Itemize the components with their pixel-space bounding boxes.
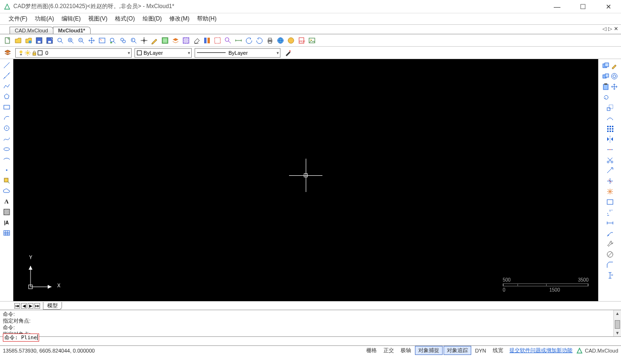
mirror-icon[interactable] [605, 134, 615, 144]
save-as-icon[interactable] [45, 36, 54, 45]
scroll-down-icon[interactable]: ▼ [614, 330, 621, 336]
open-cloud-icon[interactable] [24, 36, 33, 45]
status-polar[interactable]: 极轴 [398, 346, 414, 354]
tab-close-button[interactable]: ✕ [614, 26, 618, 32]
copy-multi-icon[interactable] [601, 71, 610, 81]
hatch-tool-icon[interactable] [2, 208, 11, 216]
block-insert-icon[interactable] [2, 176, 11, 185]
zoom-in-icon[interactable] [66, 36, 75, 45]
circle-tool-icon[interactable] [2, 124, 11, 132]
line-tool-icon[interactable] [2, 61, 11, 70]
properties-icon[interactable] [160, 36, 170, 45]
cloud-tool-icon[interactable] [2, 187, 11, 195]
find-icon[interactable] [223, 36, 233, 45]
move-crosshair-icon[interactable] [139, 36, 149, 45]
zoom-extents-icon[interactable] [97, 36, 107, 45]
status-otrack[interactable]: 对象追踪 [444, 346, 471, 355]
extend-icon[interactable] [605, 166, 615, 175]
layer-manager-icon[interactable] [3, 48, 12, 58]
stretch-icon[interactable] [605, 113, 615, 123]
menu-draw[interactable]: 绘图(D) [139, 14, 166, 24]
scale-icon[interactable] [605, 103, 615, 112]
tab-prev-button[interactable]: ◁ [602, 26, 606, 32]
layers-icon[interactable] [171, 36, 180, 45]
lineweight-icon[interactable] [283, 48, 293, 58]
polyline-tool-icon[interactable] [2, 82, 11, 91]
rectangle-tool-icon[interactable] [2, 103, 11, 111]
status-lineweight[interactable]: 线宽 [490, 346, 506, 354]
point-tool-icon[interactable] [2, 166, 11, 174]
copy-icon[interactable] [601, 61, 610, 71]
tab-next-button[interactable]: ▷ [608, 26, 612, 32]
select-all-icon[interactable] [213, 36, 222, 45]
ellipse-arc-tool-icon[interactable] [2, 155, 11, 164]
drawing-canvas[interactable]: Y X 5003500 01500 [13, 59, 598, 301]
trim-dash-icon[interactable] [605, 145, 615, 154]
web-icon[interactable] [276, 36, 285, 45]
scroll-thumb[interactable] [615, 320, 620, 329]
doc-tab-cad-mxcloud[interactable]: CAD.MxCloud [10, 27, 53, 34]
open-file-icon[interactable] [13, 36, 23, 45]
vertical-dim-icon[interactable]: H [605, 271, 615, 280]
zoom-out-icon[interactable] [76, 36, 86, 45]
new-file-icon[interactable] [3, 36, 12, 45]
model-tab[interactable]: 模型 [43, 302, 62, 310]
save-icon[interactable] [34, 36, 44, 45]
layout-next-button[interactable]: ▶ [28, 303, 33, 309]
array-icon[interactable] [605, 124, 615, 133]
deny-icon[interactable] [605, 250, 615, 259]
scroll-up-icon[interactable]: ▲ [614, 310, 621, 317]
layout-last-button[interactable]: ⏭ [34, 303, 40, 309]
move-icon[interactable] [610, 82, 619, 91]
offset-icon[interactable] [610, 71, 619, 81]
menu-help[interactable]: 帮助(H) [193, 14, 220, 24]
layout-first-button[interactable]: ⏮ [14, 303, 20, 309]
arc-tool-icon[interactable] [2, 113, 11, 122]
xline-tool-icon[interactable] [2, 71, 11, 80]
edit-icon[interactable] [610, 61, 619, 71]
table-tool-icon[interactable] [2, 229, 11, 237]
redo-icon[interactable] [255, 36, 264, 45]
mtext-tool-icon[interactable]: |A [2, 218, 11, 227]
dist-icon[interactable] [234, 36, 243, 45]
fillet-dash-icon[interactable] [605, 208, 615, 217]
command-history-scrollbar[interactable]: ▲ ▼ [613, 310, 621, 336]
zoom-window-icon[interactable] [55, 36, 65, 45]
rotate-icon[interactable] [601, 92, 611, 102]
explode-icon[interactable] [605, 187, 615, 196]
chamfer-icon[interactable] [605, 260, 615, 270]
menu-edit[interactable]: 编辑(E) [58, 14, 84, 24]
leader-icon[interactable] [605, 229, 615, 238]
status-ortho[interactable]: 正交 [381, 346, 397, 354]
match-props-icon[interactable] [202, 36, 212, 45]
doc-tab-mxcloud1[interactable]: MxCloud1* [53, 27, 91, 34]
zoom-realtime-icon[interactable] [108, 36, 117, 45]
dimension-icon[interactable] [605, 218, 615, 228]
break-icon[interactable] [605, 197, 615, 207]
print-icon[interactable] [265, 36, 275, 45]
menu-function[interactable]: 功能(A) [31, 14, 58, 24]
status-grid[interactable]: 栅格 [363, 346, 380, 354]
minimize-button[interactable]: — [549, 3, 566, 10]
pan-icon[interactable] [87, 36, 96, 45]
color-combo[interactable]: ByLayer ▾ [135, 48, 192, 58]
edit-pencil-icon[interactable] [150, 36, 159, 45]
close-button[interactable]: ✕ [600, 3, 617, 10]
zoom-previous-icon[interactable] [129, 36, 138, 45]
status-osnap[interactable]: 对象捕捉 [415, 346, 443, 355]
zoom-all-icon[interactable] [118, 36, 128, 45]
menu-format[interactable]: 格式(O) [111, 14, 138, 24]
hatch-icon[interactable] [181, 36, 191, 45]
image-icon[interactable] [307, 36, 317, 45]
wrench-icon[interactable] [605, 239, 615, 249]
layer-combo[interactable]: 0 ▾ [15, 48, 132, 58]
menu-view[interactable]: 视图(V) [84, 14, 111, 24]
linetype-combo[interactable]: ByLayer ▾ [195, 48, 280, 58]
menu-modify[interactable]: 修改(M) [166, 14, 193, 24]
globe-icon[interactable] [286, 36, 296, 45]
cut-icon[interactable] [605, 155, 615, 165]
pdf-icon[interactable]: PDF [297, 36, 306, 45]
paste-icon[interactable] [601, 82, 610, 91]
status-dyn[interactable]: DYN [472, 347, 489, 354]
polygon-tool-icon[interactable] [2, 92, 11, 101]
